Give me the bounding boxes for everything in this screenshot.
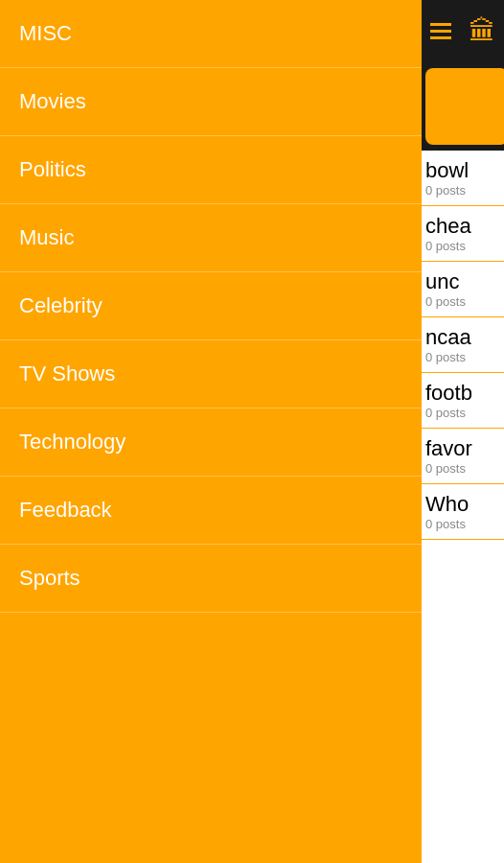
sidebar-item-label-movies: Movies: [19, 89, 86, 113]
topic-name: Who: [425, 492, 500, 517]
topic-posts: 0 posts: [425, 183, 500, 198]
top-bar: 🏛: [422, 0, 504, 62]
list-item[interactable]: footb0 posts: [422, 373, 504, 429]
hamburger-icon[interactable]: [430, 23, 451, 39]
sidebar-item-tv-shows[interactable]: TV Shows: [0, 340, 422, 408]
sidebar-item-label-tv-shows: TV Shows: [19, 362, 115, 385]
topic-posts: 0 posts: [425, 350, 500, 364]
sidebar-item-politics[interactable]: Politics: [0, 136, 422, 204]
topic-posts: 0 posts: [425, 461, 500, 476]
sidebar-item-label-misc: MISC: [19, 21, 72, 45]
sidebar-item-technology[interactable]: Technology: [0, 408, 422, 477]
list-item[interactable]: Who0 posts: [422, 484, 504, 540]
topic-posts: 0 posts: [425, 294, 500, 309]
sidebar-item-label-technology: Technology: [19, 430, 126, 454]
topic-name: ncaa: [425, 325, 500, 350]
list-item[interactable]: unc0 posts: [422, 262, 504, 317]
topic-name: chea: [425, 214, 500, 239]
sidebar-item-sports[interactable]: Sports: [0, 545, 422, 613]
sidebar-item-label-celebrity: Celebrity: [19, 293, 103, 317]
sidebar-item-label-feedback: Feedback: [19, 498, 112, 522]
pillars-icon[interactable]: 🏛: [469, 15, 495, 47]
list-item[interactable]: favor0 posts: [422, 429, 504, 484]
list-item[interactable]: bowl0 posts: [422, 151, 504, 206]
list-item[interactable]: ncaa0 posts: [422, 317, 504, 373]
topic-posts: 0 posts: [425, 517, 500, 531]
list-item[interactable]: chea0 posts: [422, 206, 504, 262]
topic-name: footb: [425, 381, 500, 406]
sidebar-item-label-politics: Politics: [19, 157, 86, 181]
topics-list: bowl0 postschea0 postsunc0 postsncaa0 po…: [422, 151, 504, 863]
sidebar-item-label-sports: Sports: [19, 566, 80, 590]
sidebar-item-movies[interactable]: Movies: [0, 68, 422, 136]
topic-posts: 0 posts: [425, 406, 500, 420]
orange-box: [425, 68, 504, 145]
sidebar-item-label-music: Music: [19, 225, 74, 249]
sidebar-item-celebrity[interactable]: Celebrity: [0, 272, 422, 340]
sidebar-item-music[interactable]: Music: [0, 204, 422, 272]
sidebar-item-feedback[interactable]: Feedback: [0, 477, 422, 545]
right-panel: 🏛 bowl0 postschea0 postsunc0 postsncaa0 …: [422, 0, 504, 863]
topic-name: bowl: [425, 158, 500, 183]
sidebar-item-misc[interactable]: MISC: [0, 0, 422, 68]
topic-name: favor: [425, 436, 500, 461]
topic-posts: 0 posts: [425, 239, 500, 253]
topic-name: unc: [425, 269, 500, 294]
sidebar: MISCMoviesPoliticsMusicCelebrityTV Shows…: [0, 0, 422, 863]
